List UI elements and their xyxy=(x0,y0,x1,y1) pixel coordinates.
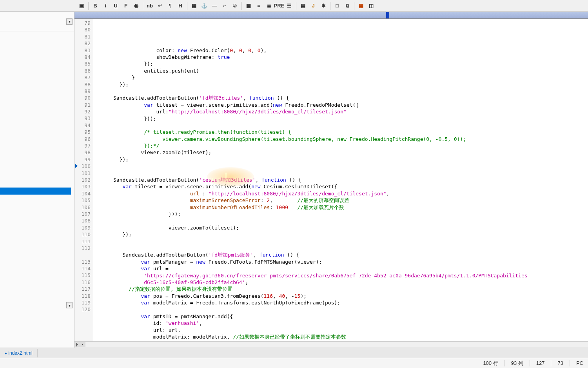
code-line[interactable] xyxy=(95,217,586,224)
line-number: 110 xyxy=(75,231,91,238)
window-icon[interactable]: □ xyxy=(332,1,342,11)
code-line[interactable]: Sandcastle.addToolbarButton('cesium增加3dt… xyxy=(95,177,586,183)
line-number: 79 xyxy=(75,20,91,26)
italic-button[interactable]: I xyxy=(101,1,110,11)
line-number: 89 xyxy=(75,88,91,95)
code-line[interactable]: var url = xyxy=(95,265,586,272)
code-line[interactable]: var pos = Freedo.Cartesian3.fromDegrees(… xyxy=(95,293,586,299)
column-ruler: ----+----1----+----2----+----3----+----4… xyxy=(74,12,588,19)
line-number: 101 xyxy=(75,170,91,177)
scroll-left-icon[interactable]: ‹ xyxy=(80,342,85,347)
code-line[interactable]: viewer.camera.viewBoundingSphere(tileset… xyxy=(95,136,586,142)
align-center-icon[interactable]: ≡ xyxy=(254,1,263,11)
arrow-left-icon[interactable]: ‹· xyxy=(220,1,229,11)
calendar-icon[interactable]: ▤ xyxy=(298,1,308,11)
code-line[interactable]: url: url, xyxy=(95,327,586,333)
list-icon[interactable]: ☰ xyxy=(285,1,294,11)
line-number: 81 xyxy=(75,33,91,40)
image-icon[interactable]: ▦ xyxy=(189,1,199,11)
status-sel: 73 xyxy=(557,360,563,366)
code-line[interactable]: maximumScreenSpaceError: 2, //最大的屏幕空间误差 xyxy=(95,197,586,204)
code-line[interactable]: id: 'wenhuashi', xyxy=(95,320,586,326)
panel-dropdown2-icon[interactable]: ▾ xyxy=(66,302,73,308)
line-number: 96 xyxy=(75,136,91,142)
code-line[interactable]: });*/ xyxy=(95,142,586,149)
code-line[interactable]: var modelMatrix = Freedo.Transforms.east… xyxy=(95,299,586,306)
code-line[interactable]: }); xyxy=(95,81,586,88)
heading-button[interactable]: H xyxy=(176,1,185,11)
panel-dropdown-icon[interactable]: ▾ xyxy=(66,18,73,25)
doc-icon[interactable]: ▣ xyxy=(77,1,86,11)
bold-button[interactable]: B xyxy=(91,1,100,11)
layout-icon[interactable]: ◫ xyxy=(367,1,376,11)
code-line[interactable]: maximumNumberOfLoadedTiles: 1000 //最大加载瓦… xyxy=(95,204,586,211)
code-line[interactable]: var pmtsManager = new Freedo.FdTools.FdP… xyxy=(95,259,586,265)
code-line[interactable] xyxy=(95,163,586,169)
code-line[interactable] xyxy=(95,245,586,251)
js-button[interactable]: J xyxy=(309,1,318,11)
code-line[interactable]: d6c5-16c5-40af-95d6-cdb2ffa4cb64'; xyxy=(95,279,586,286)
tab-bar: ▸ index2.html xyxy=(0,348,588,358)
status-bar: 100 行 93 列 127 73 PC xyxy=(0,358,588,368)
status-row: 100 行 xyxy=(483,360,498,367)
grid-icon[interactable]: ▦ xyxy=(356,1,366,11)
code-line[interactable]: entities.push(ent) xyxy=(95,67,586,74)
code-line[interactable]: url:"http://localhost:8080//hjxz/3dtiles… xyxy=(95,108,586,115)
code-line[interactable]: }); xyxy=(95,156,586,163)
code-editor[interactable]: color: new Freedo.Color(0, 0, 0, 0), sho… xyxy=(93,19,588,341)
pre-button[interactable]: PRE xyxy=(274,1,284,11)
nb-button[interactable]: nb xyxy=(145,1,154,11)
code-line[interactable]: color: new Freedo.Color(0, 0, 0, 0), xyxy=(95,47,586,54)
return-icon[interactable]: ↵ xyxy=(155,1,165,11)
line-icon[interactable]: — xyxy=(210,1,219,11)
code-line[interactable] xyxy=(95,238,586,245)
line-number: 92 xyxy=(75,108,91,115)
line-number: 83 xyxy=(75,47,91,54)
paragraph-button[interactable]: ¶ xyxy=(165,1,175,11)
code-line[interactable]: } xyxy=(95,74,586,81)
font-button[interactable]: F xyxy=(121,1,131,11)
code-line[interactable] xyxy=(95,122,586,129)
underline-button[interactable]: U xyxy=(111,1,120,11)
line-number: 108 xyxy=(75,217,91,224)
code-line[interactable] xyxy=(95,306,586,313)
line-number: 119 xyxy=(75,299,91,306)
line-number: 118 xyxy=(75,293,91,299)
script-icon[interactable]: ✱ xyxy=(319,1,328,11)
code-line[interactable]: var tileset = viewer.scene.primitives.ad… xyxy=(95,102,586,108)
code-line[interactable]: var tileset = viewer.scene.primitives.ad… xyxy=(95,183,586,190)
code-line[interactable]: showDebugWireframe: true xyxy=(95,54,586,60)
code-line[interactable]: })); xyxy=(95,211,586,217)
frame-icon[interactable]: ⧉ xyxy=(343,1,352,11)
copyright-icon[interactable]: © xyxy=(230,1,240,11)
code-line[interactable] xyxy=(95,88,586,95)
code-line[interactable]: }); xyxy=(95,231,586,238)
code-line[interactable]: var pmtsID = pmtsManager.add({ xyxy=(95,313,586,320)
code-line[interactable]: modelMatrix: modelMatrix, //如果数据本身已经带了坐标… xyxy=(95,333,586,340)
code-line[interactable]: viewer.zoomTo(tileset); xyxy=(95,149,586,156)
code-line[interactable]: Sandcastle.addToolbarButton('fd增加3dtiles… xyxy=(95,95,586,101)
anchor-icon[interactable]: ⚓ xyxy=(200,1,209,11)
code-line[interactable]: }); xyxy=(95,60,586,67)
code-line[interactable]: url : "http://localhost:8080//hjxz/3dtil… xyxy=(95,190,586,197)
code-line[interactable]: /* tileset.readyPromise.then(function(ti… xyxy=(95,129,586,135)
sidebar-selection[interactable] xyxy=(0,188,71,195)
scroll-start-icon[interactable]: |‹ xyxy=(74,342,80,347)
code-line[interactable]: Sandcastle.addToolbarButton('fd增加pmts服务'… xyxy=(95,251,586,258)
tab-index2[interactable]: ▸ index2.html xyxy=(0,349,38,357)
code-line[interactable]: //指定数据的位置, 如果数据本身没有带位置 xyxy=(95,286,586,292)
code-line[interactable] xyxy=(95,170,586,177)
line-number: 91 xyxy=(75,102,91,108)
format-toolbar: ▣ B I U F ◉ nb ↵ ¶ H ▦ ⚓ — ‹· © ▦ ≡ ≣ PR… xyxy=(0,0,588,12)
color-icon[interactable]: ◉ xyxy=(131,1,141,11)
code-line[interactable]: })); xyxy=(95,115,586,122)
line-number: 98 xyxy=(75,149,91,156)
table-icon[interactable]: ▦ xyxy=(244,1,253,11)
horizontal-scrollbar[interactable]: |‹ ‹ xyxy=(74,341,588,348)
align-right-icon[interactable]: ≣ xyxy=(264,1,274,11)
line-number: 97 xyxy=(75,142,91,149)
line-number: 94 xyxy=(75,122,91,129)
code-line[interactable]: 'https://cfgateway.gbim360.cn/freeserver… xyxy=(95,272,586,279)
code-line[interactable]: viewer.zoomTo(tileset); xyxy=(95,224,586,231)
line-number: 107 xyxy=(75,211,91,217)
